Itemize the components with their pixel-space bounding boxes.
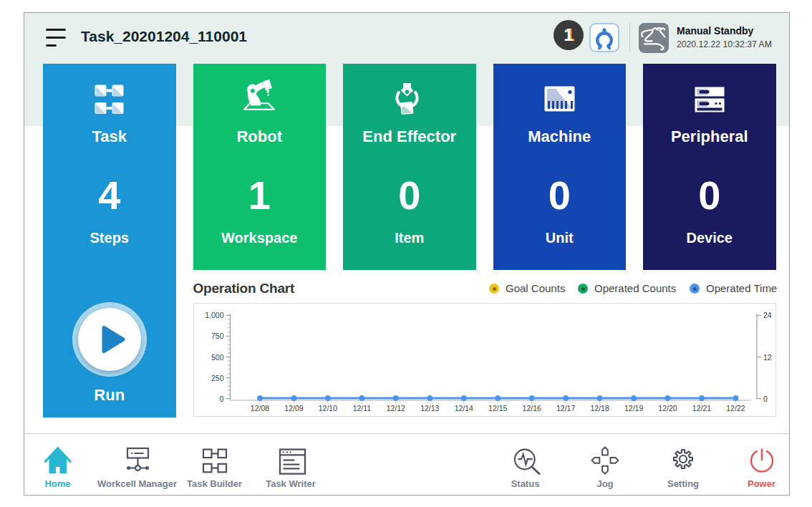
svg-text:12/13: 12/13 [420, 404, 439, 412]
svg-text:12/08: 12/08 [250, 404, 269, 412]
svg-text:12/10: 12/10 [318, 404, 337, 412]
svg-text:12/22: 12/22 [726, 404, 745, 412]
svg-text:12/14: 12/14 [454, 404, 473, 412]
svg-text:250: 250 [211, 374, 223, 382]
svg-text:24: 24 [763, 311, 772, 319]
svg-text:0: 0 [219, 395, 223, 403]
svg-text:12/09: 12/09 [284, 404, 303, 412]
svg-text:1,000: 1,000 [205, 311, 223, 319]
svg-text:12: 12 [763, 353, 772, 362]
svg-text:750: 750 [211, 332, 223, 340]
svg-text:0: 0 [763, 395, 768, 403]
svg-text:12/15: 12/15 [488, 404, 507, 412]
svg-text:12/20: 12/20 [658, 404, 677, 412]
svg-text:500: 500 [211, 353, 223, 362]
svg-text:12/12: 12/12 [386, 404, 405, 412]
svg-text:12/18: 12/18 [590, 404, 609, 412]
svg-text:12/17: 12/17 [556, 404, 574, 412]
svg-text:12/16: 12/16 [522, 404, 541, 412]
svg-text:12/19: 12/19 [624, 404, 642, 412]
svg-text:12/21: 12/21 [692, 404, 710, 412]
svg-text:12/11: 12/11 [352, 404, 371, 412]
